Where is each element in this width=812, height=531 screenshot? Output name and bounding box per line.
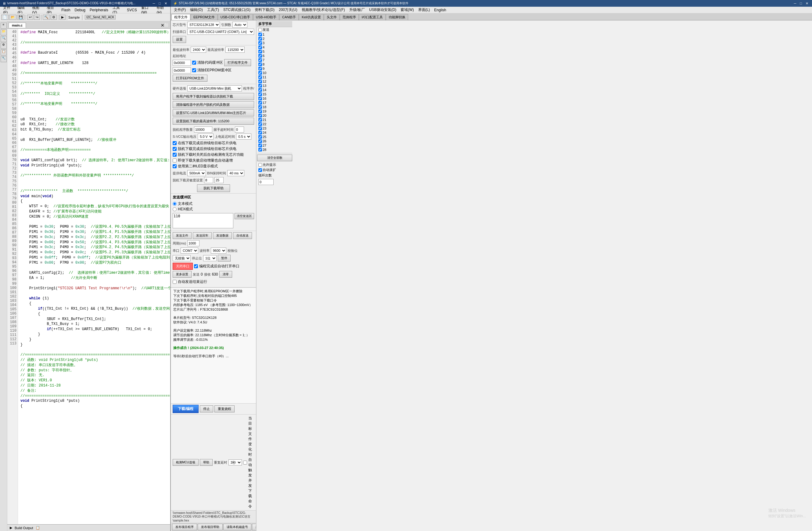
period-input[interactable]: [187, 240, 200, 246]
undo-btn[interactable]: ↩: [27, 15, 33, 20]
tab-func-cut[interactable]: 功能脚切换: [386, 14, 408, 20]
open-eeprom-btn[interactable]: 打开EEPROM文件: [173, 75, 207, 82]
rmenu-file[interactable]: 文件(F): [172, 7, 188, 13]
cb-20[interactable]: [258, 114, 262, 117]
new-btn[interactable]: 📄: [1, 15, 9, 20]
auto-scroll-cb[interactable]: [258, 168, 262, 172]
rmenu-upgrade[interactable]: 升级/板厂: [347, 7, 367, 13]
tab-header[interactable]: 头文件: [324, 14, 339, 20]
bin-delay-select[interactable]: 40 ms: [227, 170, 244, 176]
eeprom-addr-input[interactable]: [173, 68, 191, 73]
repeat-count-input[interactable]: [258, 179, 274, 185]
code-text[interactable]: #define MAIN_Fosc 22118400L //定义主时钟（精确计算…: [18, 29, 170, 524]
clear-code-cb[interactable]: [192, 61, 196, 64]
max-baud-select[interactable]: 115200: [226, 47, 245, 53]
tab-usb-cdc[interactable]: USB-CDC/串口助手: [218, 14, 253, 20]
auto-open-cb[interactable]: [194, 264, 198, 268]
repeat-delay-select[interactable]: 3秒: [229, 459, 242, 466]
sidebar-btn-3[interactable]: 🔍: [1, 36, 7, 42]
flash-fail-cb[interactable]: [173, 159, 177, 162]
show-dynamic-btn[interactable]: 显示动态信息: [252, 524, 256, 530]
rmenu-window[interactable]: 窗域(W): [399, 7, 416, 13]
download-program-btn[interactable]: 下载/编程: [173, 405, 199, 413]
clear-user-btn[interactable]: 清除编程器中的用户脱机代码及数据: [173, 101, 254, 108]
rmenu-200w[interactable]: 200万关(U): [277, 7, 299, 13]
prog-count-input[interactable]: [194, 127, 212, 133]
auto-trigger-cb[interactable]: [243, 461, 247, 464]
cb-5[interactable]: [258, 50, 262, 53]
online-power-cb[interactable]: [173, 141, 177, 145]
cb-send[interactable]: [258, 28, 262, 32]
tab-examples[interactable]: 范例程序: [340, 14, 359, 20]
cb-23[interactable]: [258, 127, 262, 130]
send-back-btn[interactable]: 发送回车: [193, 232, 212, 239]
auto-send-btn[interactable]: 自动发送: [233, 232, 252, 239]
auto-run-cb[interactable]: [173, 280, 177, 284]
close-tab-btn[interactable]: ✕: [161, 23, 164, 28]
power-delay-select[interactable]: 0.5 s: [236, 133, 251, 139]
chip-model-select[interactable]: STC32G12K128: [187, 21, 220, 28]
redo-btn[interactable]: ↪: [34, 15, 40, 20]
cb-17[interactable]: [258, 101, 262, 105]
download-run-btn[interactable]: 将用户程序下载到编程器以供脱机下载: [173, 93, 254, 100]
sensitivity1-input[interactable]: [204, 177, 213, 183]
menu-flash[interactable]: Flash: [59, 8, 72, 13]
cb-28[interactable]: [258, 148, 262, 151]
cb-9[interactable]: [258, 67, 262, 70]
send-file-btn[interactable]: 发送文件: [173, 232, 191, 239]
maximize-btn[interactable]: □: [157, 1, 162, 5]
cb-27[interactable]: [258, 144, 262, 147]
sidebar-btn-4[interactable]: ⚙: [1, 43, 7, 49]
min-baud-select[interactable]: 2400: [191, 47, 206, 53]
cb-16[interactable]: [258, 97, 262, 100]
auto-detect-cb[interactable]: [173, 153, 177, 157]
publish-help-btn[interactable]: 发布项目帮助: [198, 524, 223, 530]
build-btn[interactable]: 🔨: [43, 15, 50, 20]
dual-led-cb[interactable]: [173, 164, 177, 168]
set-baud-btn[interactable]: 设置脱机下载的最高波特率: 115200: [173, 118, 254, 125]
rmenu-english[interactable]: English: [432, 8, 448, 13]
cb-8[interactable]: [258, 62, 262, 66]
start-addr-input[interactable]: [173, 60, 191, 66]
send-data-btn[interactable]: 发送数据: [213, 232, 232, 239]
pause-btn[interactable]: 暂停: [218, 255, 231, 262]
download-help-btn[interactable]: 脱机下载帮助: [197, 185, 230, 192]
check-select[interactable]: 无校验: [173, 255, 191, 261]
tab-keil[interactable]: Keil仿真设置: [299, 14, 323, 20]
svcc-select[interactable]: 5.0 V: [198, 133, 214, 139]
stop-btn[interactable]: 停止: [200, 405, 213, 412]
cb-13[interactable]: [258, 84, 262, 88]
code-editor[interactable]: 4041424344 4546474849 5051525354 5556575…: [7, 29, 170, 524]
settings-btn[interactable]: 设置: [173, 36, 186, 43]
cb-11[interactable]: [258, 75, 262, 79]
hw-select[interactable]: USB-Link1D/U8W-Mini 脱机: [187, 85, 242, 91]
open-btn[interactable]: 📂: [9, 15, 16, 20]
pin-count-select[interactable]: Auto: [232, 21, 247, 28]
tab-program-file[interactable]: 程序文件: [171, 14, 190, 20]
allow-tip-cb[interactable]: [258, 163, 262, 167]
tab-io-config[interactable]: I/O口配置工具: [359, 14, 386, 20]
save-btn[interactable]: 💾: [17, 15, 25, 20]
i2c-send-btn[interactable]: I2C_Send_NO_ACK: [85, 15, 116, 19]
repeat-burn-btn[interactable]: 重复烧程: [215, 405, 235, 412]
publish-prog-btn[interactable]: 发布项目程序: [172, 524, 197, 530]
cb-6[interactable]: [258, 54, 262, 58]
current-select[interactable]: 500mA: [187, 170, 206, 176]
text-mode-radio[interactable]: [173, 202, 177, 206]
rmenu-download[interactable]: 资料下载(D): [253, 7, 276, 13]
rmenu-ui[interactable]: 界面(L): [416, 7, 432, 13]
minimize-btn[interactable]: ─: [151, 1, 157, 5]
comm-port-select[interactable]: COM7: [180, 248, 198, 254]
main-c-tab[interactable]: main.c: [9, 23, 26, 28]
tab-can[interactable]: CAN助手: [279, 14, 299, 20]
sidebar-btn-1[interactable]: ≡: [1, 23, 7, 29]
cb-1[interactable]: [258, 33, 262, 36]
rmenu-tools[interactable]: 工具(T): [205, 7, 221, 13]
debug-btn[interactable]: ▶: [59, 15, 66, 20]
help-btn[interactable]: 帮助: [200, 459, 213, 466]
split-btn[interactable]: ⬜: [164, 23, 169, 27]
rmenu-usb[interactable]: USB驱动安装(D): [367, 7, 398, 13]
cb-25[interactable]: [258, 135, 262, 139]
hex-mode-radio[interactable]: [173, 207, 177, 211]
stop-select[interactable]: 1位: [203, 255, 217, 261]
